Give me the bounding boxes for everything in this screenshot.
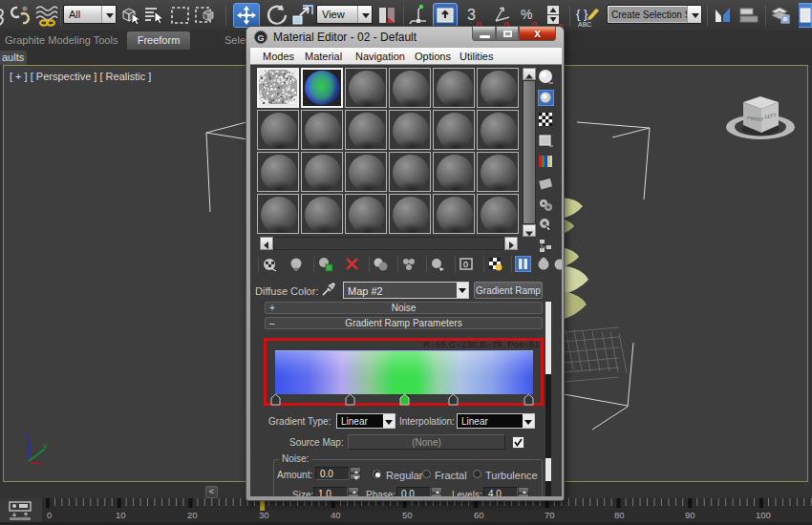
svg-text:z: z (25, 430, 30, 440)
svg-text:0: 0 (463, 260, 468, 269)
svg-text:{ }: { } (576, 7, 588, 21)
svg-text:y: y (43, 441, 48, 451)
svg-text:3: 3 (467, 7, 476, 23)
svg-text:ABC: ABC (578, 21, 591, 28)
